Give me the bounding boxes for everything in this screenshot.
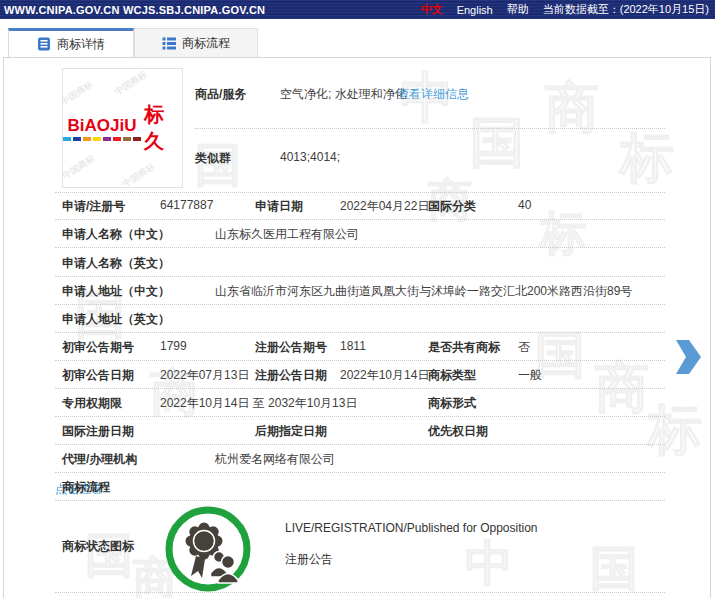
field-row-applicant-address-en: 申请人地址（英文） xyxy=(55,311,665,327)
field-value: 山东省临沂市河东区九曲街道凤凰大街与沭埠岭一路交汇北200米路西沿街89号 xyxy=(215,283,632,300)
field-label: 申请人名称（英文） xyxy=(62,255,170,272)
field-label: 商标类型 xyxy=(428,367,476,384)
next-record-arrow[interactable] xyxy=(674,338,702,380)
similar-group-value: 4013;4014; xyxy=(280,150,340,164)
field-label: 专用权期限 xyxy=(62,395,122,412)
field-label: 注册公告日期 xyxy=(255,367,327,384)
tab-trademark-process[interactable]: 商标流程 xyxy=(134,28,258,57)
tab-detail-label: 商标详情 xyxy=(57,36,105,53)
logo-latin-text: BiAOJiU xyxy=(68,116,137,136)
status-label: 商标状态图标 xyxy=(62,538,134,555)
field-row-international-dates: 国际注册日期 后期指定日期 优先权日期 xyxy=(55,423,665,439)
field-label: 初审公告期号 xyxy=(62,339,134,356)
field-row-applicant-name-cn: 申请人名称（中文） 山东标久医用工程有限公司 xyxy=(55,226,665,242)
tab-trademark-detail[interactable]: 商标详情 xyxy=(8,28,134,57)
field-row-publication-no: 初审公告期号 1799 注册公告期号 1811 是否共有商标 否 xyxy=(55,339,665,355)
field-label: 申请/注册号 xyxy=(62,198,125,215)
chevron-right-icon xyxy=(674,338,702,376)
divider xyxy=(195,128,665,129)
field-label: 申请人名称（中文） xyxy=(62,226,170,243)
field-row-exclusive-period: 专用权期限 2022年10月14日 至 2032年10月13日 商标形式 xyxy=(55,395,665,411)
field-value: 2022年04月22日 xyxy=(340,198,429,215)
divider xyxy=(55,444,665,445)
field-value: 2022年10月14日 xyxy=(340,367,429,384)
field-label: 后期指定日期 xyxy=(255,423,327,440)
field-row-registration: 申请/注册号 64177887 申请日期 2022年04月22日 国际分类 40 xyxy=(55,198,665,214)
divider xyxy=(55,332,665,333)
field-value: 否 xyxy=(518,339,530,356)
field-row-applicant-name-en: 申请人名称（英文） xyxy=(55,255,665,271)
goods-services-label: 商品/服务 xyxy=(195,86,246,103)
lang-chinese-link[interactable]: 中文 xyxy=(421,2,443,17)
field-label: 申请日期 xyxy=(255,198,303,215)
field-value: 64177887 xyxy=(160,198,213,212)
divider xyxy=(55,360,665,361)
trademark-image: 中国商标 中国商标 中国商标 中国商标 BiAOJiU 标久 xyxy=(62,68,183,188)
field-value: 1811 xyxy=(340,339,366,353)
field-value: 1799 xyxy=(160,339,187,353)
field-label: 代理/办理机构 xyxy=(62,451,137,468)
divider xyxy=(55,388,665,389)
field-row-applicant-address-cn: 申请人地址（中文） 山东省临沂市河东区九曲街道凤凰大街与沭埠岭一路交汇北200米… xyxy=(55,283,665,299)
divider xyxy=(55,472,665,473)
trademark-status-icon xyxy=(164,505,252,597)
field-label: 申请人地址（中文） xyxy=(62,283,170,300)
field-row-publication-date: 初审公告日期 2022年07月13日 注册公告日期 2022年10月14日 商标… xyxy=(55,367,665,383)
list-icon xyxy=(162,36,176,50)
field-label: 申请人地址（英文） xyxy=(62,311,170,328)
field-value: 2022年10月14日 至 2032年10月13日 xyxy=(160,395,357,412)
field-label: 国际注册日期 xyxy=(62,423,134,440)
field-value: 山东标久医用工程有限公司 xyxy=(215,226,359,243)
field-value: 40 xyxy=(518,198,531,212)
divider xyxy=(55,592,665,593)
logo-color-bars xyxy=(63,137,141,141)
status-text-en: LIVE/REGISTRATION/Published for Oppositi… xyxy=(285,521,538,535)
help-link[interactable]: 帮助 xyxy=(507,2,529,17)
field-value: 一般 xyxy=(518,367,542,384)
field-label: 商标形式 xyxy=(428,395,476,412)
field-label: 商标流程 xyxy=(62,479,110,496)
site-domains: WWW.CNIPA.GOV.CN WCJS.SBJ.CNIPA.GOV.CN xyxy=(4,4,265,16)
divider xyxy=(55,500,665,501)
tab-process-label: 商标流程 xyxy=(182,35,230,52)
lang-english-link[interactable]: English xyxy=(457,4,493,16)
field-label: 是否共有商标 xyxy=(428,339,500,356)
field-label: 优先权日期 xyxy=(428,423,488,440)
field-label: 国际分类 xyxy=(428,198,476,215)
data-cutoff-date: 当前数据截至：(2022年10月15日) xyxy=(543,2,709,17)
field-label: 初审公告日期 xyxy=(62,367,134,384)
document-icon xyxy=(37,37,51,51)
field-label: 注册公告期号 xyxy=(255,339,327,356)
field-row-agency: 代理/办理机构 杭州爱名网络有限公司 xyxy=(55,451,665,467)
view-details-link[interactable]: 查看详细信息 xyxy=(397,86,469,103)
page: WWW.CNIPA.GOV.CN WCJS.SBJ.CNIPA.GOV.CN 中… xyxy=(0,0,715,598)
divider xyxy=(55,192,665,193)
top-header-bar: WWW.CNIPA.GOV.CN WCJS.SBJ.CNIPA.GOV.CN 中… xyxy=(0,0,715,19)
logo-chinese-text: 标久 xyxy=(144,101,182,155)
divider xyxy=(55,276,665,277)
goods-services-value: 空气净化; 水处理和净化 xyxy=(280,86,407,103)
similar-group-label: 类似群 xyxy=(195,150,231,167)
divider xyxy=(55,304,665,305)
divider xyxy=(55,416,665,417)
divider xyxy=(55,247,665,248)
tab-bar: 商标详情 商标流程 xyxy=(0,28,715,57)
field-value: 2022年07月13日 xyxy=(160,367,249,384)
field-value: 杭州爱名网络有限公司 xyxy=(215,451,335,468)
divider xyxy=(55,219,665,220)
status-text-cn: 注册公告 xyxy=(285,551,333,568)
field-row-process: 商标流程 点击查看 xyxy=(55,479,665,495)
